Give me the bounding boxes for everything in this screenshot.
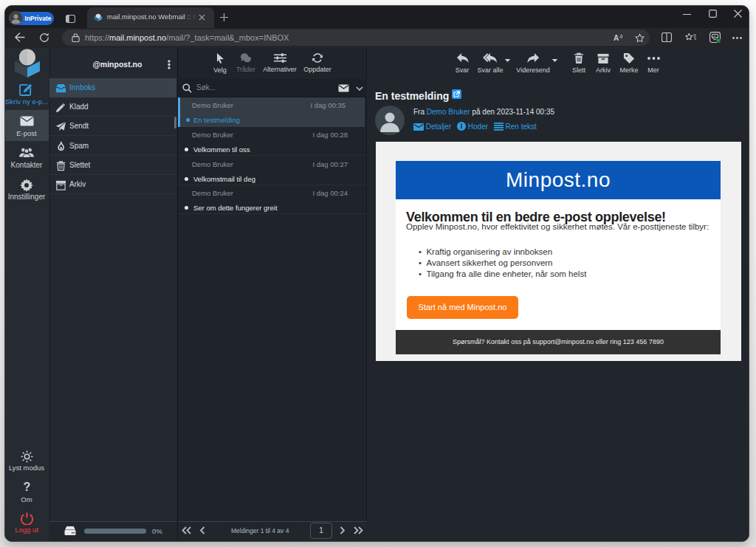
svg-text:A: A	[614, 34, 619, 42]
